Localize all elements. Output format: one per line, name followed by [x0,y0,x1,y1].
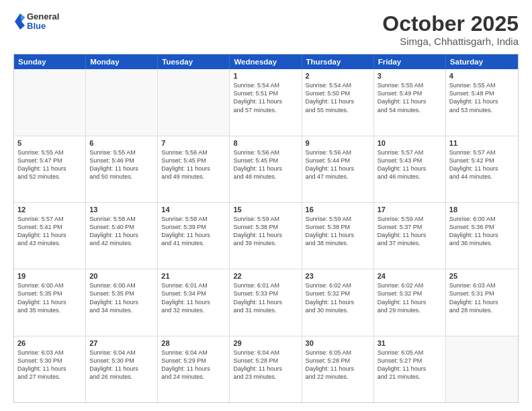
calendar-day-26: 26Sunrise: 6:03 AMSunset: 5:30 PMDayligh… [14,336,86,402]
calendar-day-6: 6Sunrise: 5:55 AMSunset: 5:46 PMDaylight… [86,136,158,202]
day-number: 15 [233,205,298,214]
day-info: Sunrise: 5:58 AMSunset: 5:40 PMDaylight:… [89,215,154,248]
logo-graphic-icon [13,12,26,31]
calendar-day-4: 4Sunrise: 5:55 AMSunset: 5:48 PMDaylight… [446,69,518,135]
month-title: October 2025 [382,12,519,36]
day-of-week-thursday: Thursday [302,54,374,69]
calendar-day-7: 7Sunrise: 5:56 AMSunset: 5:45 PMDaylight… [158,136,230,202]
day-of-week-friday: Friday [374,54,446,69]
calendar-day-24: 24Sunrise: 6:02 AMSunset: 5:32 PMDayligh… [374,269,446,335]
day-info: Sunrise: 6:04 AMSunset: 5:30 PMDaylight:… [89,349,154,381]
calendar-day-11: 11Sunrise: 5:57 AMSunset: 5:42 PMDayligh… [446,136,518,202]
day-info: Sunrise: 5:56 AMSunset: 5:45 PMDaylight:… [233,148,298,181]
calendar-day-25: 25Sunrise: 6:03 AMSunset: 5:31 PMDayligh… [446,269,518,335]
page: General Blue October 2025 Simga, Chhatti… [0,0,532,411]
day-of-week-saturday: Saturday [446,54,518,69]
day-info: Sunrise: 6:05 AMSunset: 5:27 PMDaylight:… [378,349,442,381]
calendar-day-15: 15Sunrise: 5:59 AMSunset: 5:38 PMDayligh… [230,203,302,269]
day-number: 1 [233,72,298,80]
day-number: 24 [378,272,442,280]
calendar-day-5: 5Sunrise: 5:55 AMSunset: 5:47 PMDaylight… [14,136,86,202]
svg-marker-0 [15,13,25,30]
day-info: Sunrise: 6:03 AMSunset: 5:31 PMDaylight:… [449,281,515,314]
calendar-day-18: 18Sunrise: 6:00 AMSunset: 5:36 PMDayligh… [446,203,518,269]
day-number: 11 [449,139,515,147]
calendar-day-21: 21Sunrise: 6:01 AMSunset: 5:34 PMDayligh… [158,269,230,335]
day-info: Sunrise: 5:59 AMSunset: 5:38 PMDaylight:… [233,215,298,248]
day-info: Sunrise: 6:02 AMSunset: 5:32 PMDaylight:… [378,281,442,314]
day-number: 13 [89,205,154,214]
day-of-week-tuesday: Tuesday [158,54,230,69]
calendar-empty-cell [446,336,518,402]
calendar-week-3: 12Sunrise: 5:57 AMSunset: 5:41 PMDayligh… [14,203,518,269]
title-block: October 2025 Simga, Chhattisgarh, India [382,12,519,47]
day-info: Sunrise: 5:55 AMSunset: 5:46 PMDaylight:… [89,148,154,181]
day-info: Sunrise: 5:54 AMSunset: 5:50 PMDaylight:… [306,81,370,114]
header: General Blue October 2025 Simga, Chhatti… [13,12,519,47]
day-number: 22 [233,272,298,280]
calendar-day-14: 14Sunrise: 5:58 AMSunset: 5:39 PMDayligh… [158,203,230,269]
day-number: 27 [89,339,154,347]
calendar-day-30: 30Sunrise: 6:05 AMSunset: 5:28 PMDayligh… [302,336,374,402]
day-number: 30 [306,339,370,347]
calendar-day-31: 31Sunrise: 6:05 AMSunset: 5:27 PMDayligh… [374,336,446,402]
day-of-week-monday: Monday [86,54,158,69]
day-number: 10 [378,139,442,147]
day-number: 16 [306,205,370,214]
day-of-week-wednesday: Wednesday [230,54,302,69]
calendar-empty-cell [86,69,158,135]
day-number: 18 [449,205,515,214]
day-number: 9 [306,139,370,147]
day-info: Sunrise: 5:58 AMSunset: 5:39 PMDaylight:… [161,215,226,248]
calendar-day-12: 12Sunrise: 5:57 AMSunset: 5:41 PMDayligh… [14,203,86,269]
calendar-day-13: 13Sunrise: 5:58 AMSunset: 5:40 PMDayligh… [86,203,158,269]
day-number: 28 [161,339,226,347]
calendar-empty-cell [158,69,230,135]
day-number: 6 [89,139,154,147]
calendar-day-8: 8Sunrise: 5:56 AMSunset: 5:45 PMDaylight… [230,136,302,202]
day-number: 25 [449,272,515,280]
day-info: Sunrise: 6:04 AMSunset: 5:29 PMDaylight:… [161,349,226,381]
calendar-day-27: 27Sunrise: 6:04 AMSunset: 5:30 PMDayligh… [86,336,158,402]
day-info: Sunrise: 6:00 AMSunset: 5:35 PMDaylight:… [89,281,154,314]
day-info: Sunrise: 5:55 AMSunset: 5:48 PMDaylight:… [449,81,515,114]
calendar-body: 1Sunrise: 5:54 AMSunset: 5:51 PMDaylight… [14,69,518,402]
day-info: Sunrise: 6:00 AMSunset: 5:36 PMDaylight:… [449,215,515,248]
day-number: 3 [378,72,442,80]
day-info: Sunrise: 6:02 AMSunset: 5:32 PMDaylight:… [306,281,370,314]
day-info: Sunrise: 5:56 AMSunset: 5:45 PMDaylight:… [161,148,226,181]
calendar-week-2: 5Sunrise: 5:55 AMSunset: 5:47 PMDaylight… [14,136,518,203]
location-subtitle: Simga, Chhattisgarh, India [382,36,519,47]
logo: General Blue [13,12,59,32]
day-number: 29 [233,339,298,347]
day-info: Sunrise: 5:55 AMSunset: 5:47 PMDaylight:… [17,148,82,181]
day-number: 5 [17,139,82,147]
day-number: 4 [449,72,515,80]
day-info: Sunrise: 5:57 AMSunset: 5:41 PMDaylight:… [17,215,82,248]
calendar-day-29: 29Sunrise: 6:04 AMSunset: 5:28 PMDayligh… [230,336,302,402]
day-number: 23 [306,272,370,280]
day-info: Sunrise: 6:03 AMSunset: 5:30 PMDaylight:… [17,349,82,381]
day-of-week-sunday: Sunday [14,54,86,69]
day-info: Sunrise: 5:59 AMSunset: 5:37 PMDaylight:… [378,215,442,248]
calendar-day-10: 10Sunrise: 5:57 AMSunset: 5:43 PMDayligh… [374,136,446,202]
calendar-day-28: 28Sunrise: 6:04 AMSunset: 5:29 PMDayligh… [158,336,230,402]
calendar-week-4: 19Sunrise: 6:00 AMSunset: 5:35 PMDayligh… [14,269,518,336]
day-info: Sunrise: 5:55 AMSunset: 5:49 PMDaylight:… [378,81,442,114]
calendar-day-9: 9Sunrise: 5:56 AMSunset: 5:44 PMDaylight… [302,136,374,202]
calendar-day-3: 3Sunrise: 5:55 AMSunset: 5:49 PMDaylight… [374,69,446,135]
logo-blue: Blue [27,21,59,31]
day-number: 8 [233,139,298,147]
calendar-week-1: 1Sunrise: 5:54 AMSunset: 5:51 PMDaylight… [14,69,518,136]
day-info: Sunrise: 5:59 AMSunset: 5:38 PMDaylight:… [306,215,370,248]
day-info: Sunrise: 6:04 AMSunset: 5:28 PMDaylight:… [233,349,298,381]
calendar-day-20: 20Sunrise: 6:00 AMSunset: 5:35 PMDayligh… [86,269,158,335]
day-info: Sunrise: 5:54 AMSunset: 5:51 PMDaylight:… [233,81,298,114]
day-number: 26 [17,339,82,347]
day-info: Sunrise: 6:00 AMSunset: 5:35 PMDaylight:… [17,281,82,314]
logo-general: General [27,12,59,21]
calendar: SundayMondayTuesdayWednesdayThursdayFrid… [13,54,519,403]
calendar-day-22: 22Sunrise: 6:01 AMSunset: 5:33 PMDayligh… [230,269,302,335]
calendar-header: SundayMondayTuesdayWednesdayThursdayFrid… [14,54,518,69]
calendar-day-1: 1Sunrise: 5:54 AMSunset: 5:51 PMDaylight… [230,69,302,135]
